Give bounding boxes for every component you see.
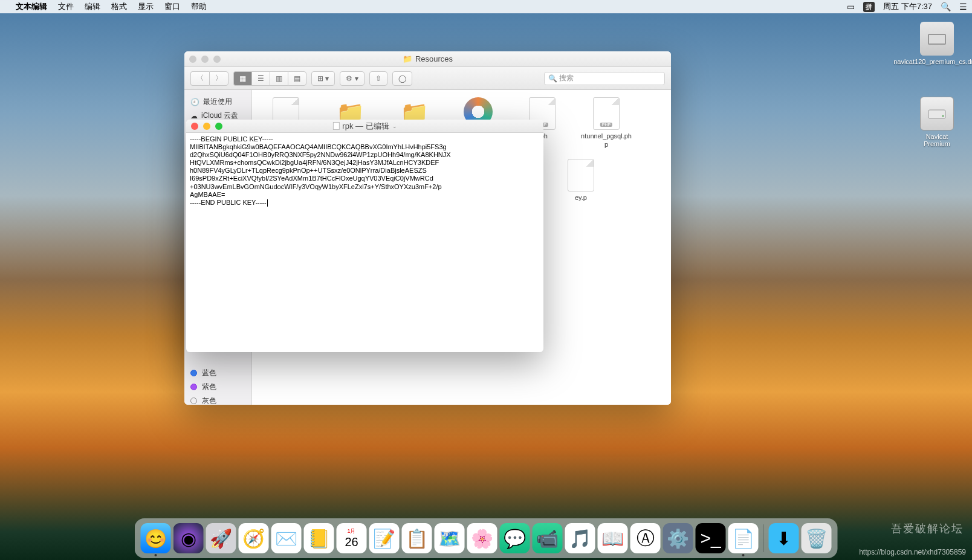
back-button[interactable]: 〈: [190, 71, 209, 86]
svg-rect-2: [928, 110, 945, 118]
menu-edit[interactable]: 编辑: [85, 1, 100, 12]
dock-photos[interactable]: 🌸: [467, 523, 497, 553]
desktop-dmg[interactable]: navicat120_premium_cs.dmg: [913, 22, 961, 65]
desktop-dmg-label: navicat120_premium_cs.dmg: [893, 58, 972, 65]
drive-icon: [920, 97, 954, 130]
menubar-right: ▭ 拼 周五 下午7:37 🔍 ☰: [847, 1, 967, 12]
dock-maps[interactable]: 🗺️: [435, 523, 465, 553]
chevron-down-icon[interactable]: ⌄: [392, 123, 397, 129]
php-icon: PHP: [593, 97, 620, 130]
watermark-url: https://blog.csdn.net/xhd7305859: [859, 548, 966, 556]
sidebar-recent[interactable]: 🕘最近使用: [184, 95, 251, 109]
dock-trash[interactable]: 🗑️: [802, 523, 832, 553]
menu-file[interactable]: 文件: [58, 1, 74, 12]
icon-view-button[interactable]: ▦: [233, 71, 251, 86]
input-method-icon[interactable]: 拼: [863, 2, 875, 12]
dock-appstore[interactable]: Ⓐ: [630, 523, 661, 553]
menu-help[interactable]: 帮助: [191, 1, 207, 12]
menu-window[interactable]: 窗口: [164, 1, 180, 12]
sidebar-tag-blue[interactable]: 蓝色: [184, 366, 251, 380]
tag-dot-icon: [190, 370, 197, 376]
dock-safari[interactable]: 🧭: [239, 523, 269, 553]
folder-icon: 📁: [403, 54, 412, 63]
column-view-button[interactable]: ▥: [270, 71, 288, 86]
running-indicator: [742, 554, 745, 556]
arrange-button[interactable]: ⊞ ▾: [311, 71, 335, 86]
menu-format[interactable]: 格式: [111, 1, 127, 12]
textedit-title: rpk — 已编辑 ⌄: [332, 121, 397, 132]
gallery-view-button[interactable]: ▤: [288, 71, 306, 86]
dock-terminal[interactable]: >_: [696, 523, 726, 553]
file-item[interactable]: ey.p: [554, 159, 608, 202]
running-indicator: [155, 554, 157, 556]
menubar: 文本编辑 文件 编辑 格式 显示 窗口 帮助 ▭ 拼 周五 下午7:37 🔍 ☰: [0, 0, 972, 13]
document-icon: [568, 159, 594, 191]
dock-reminders[interactable]: 📋: [402, 523, 432, 553]
dock: 😊 ◉ 🚀 🧭 ✉️ 📒 1月26 📝 📋 🗺️ 🌸 💬 📹 🎵 📖 Ⓐ ⚙️ …: [135, 518, 838, 558]
finder-title: 📁 Resources: [403, 54, 453, 63]
clock-icon: 🕘: [190, 98, 199, 106]
sidebar-tag-purple[interactable]: 紫色: [184, 380, 251, 394]
notification-icon[interactable]: ☰: [959, 2, 967, 11]
dock-facetime[interactable]: 📹: [533, 523, 563, 553]
maximize-button[interactable]: [215, 123, 222, 130]
dmg-icon: [920, 22, 954, 56]
desktop-app-label: Navicat Premium: [913, 133, 961, 147]
menu-view[interactable]: 显示: [138, 1, 154, 12]
menubar-left: 文本编辑 文件 编辑 格式 显示 窗口 帮助: [5, 1, 207, 12]
traffic-lights: [189, 56, 221, 63]
close-button[interactable]: [191, 123, 198, 130]
svg-point-3: [942, 115, 944, 117]
document-icon: [332, 122, 339, 130]
textedit-window: rpk — 已编辑 ⌄ -----BEGIN PUBLIC KEY----- M…: [186, 120, 543, 352]
view-buttons: ▦ ☰ ▥ ▤: [233, 71, 306, 86]
dock-textedit[interactable]: 📄: [728, 523, 759, 553]
traffic-lights: [191, 123, 222, 130]
dock-launchpad[interactable]: 🚀: [206, 523, 236, 553]
desktop-app[interactable]: Navicat Premium: [913, 97, 961, 147]
nav-buttons: 〈 〉: [190, 71, 228, 86]
forward-button[interactable]: 〉: [209, 71, 228, 86]
dock-itunes[interactable]: 🎵: [565, 523, 595, 553]
search-icon: 🔍: [548, 74, 557, 83]
textedit-content[interactable]: -----BEGIN PUBLIC KEY----- MIIBITANBgkqh…: [186, 133, 543, 352]
tag-dot-icon: [190, 384, 197, 390]
airplay-icon[interactable]: ▭: [847, 2, 855, 11]
action-button[interactable]: ⚙ ▾: [340, 71, 364, 86]
dock-ibooks[interactable]: 📖: [598, 523, 628, 553]
maximize-button[interactable]: [213, 56, 221, 63]
close-button[interactable]: [189, 56, 196, 63]
dock-mail[interactable]: ✉️: [271, 523, 302, 553]
finder-titlebar[interactable]: 📁 Resources: [184, 51, 671, 67]
minimize-button[interactable]: [201, 56, 209, 63]
dock-notes[interactable]: 📝: [369, 523, 400, 553]
text-cursor: [267, 199, 268, 207]
dock-siri[interactable]: ◉: [173, 523, 204, 553]
svg-rect-1: [929, 35, 945, 43]
tags-button[interactable]: ◯: [392, 71, 412, 86]
finder-toolbar: 〈 〉 ▦ ☰ ▥ ▤ ⊞ ▾ ⚙ ▾ ⇧ ◯ 🔍 搜索: [184, 67, 671, 90]
menu-app[interactable]: 文本编辑: [16, 1, 47, 12]
search-input[interactable]: 🔍 搜索: [544, 72, 665, 85]
cloud-icon: ☁: [190, 112, 198, 120]
dock-calendar[interactable]: 1月26: [337, 523, 367, 553]
minimize-button[interactable]: [203, 123, 210, 130]
file-item[interactable]: PHPntunnel_pgsql.php: [580, 97, 633, 149]
dock-messages[interactable]: 💬: [500, 523, 530, 553]
share-button[interactable]: ⇧: [369, 71, 387, 86]
dock-finder[interactable]: 😊: [141, 523, 171, 553]
watermark-logo: 吾爱破解论坛: [891, 521, 964, 536]
list-view-button[interactable]: ☰: [251, 71, 270, 86]
dock-preferences[interactable]: ⚙️: [663, 523, 693, 553]
dock-contacts[interactable]: 📒: [304, 523, 334, 553]
datetime[interactable]: 周五 下午7:37: [883, 1, 932, 12]
spotlight-icon[interactable]: 🔍: [941, 2, 951, 11]
dock-downloads[interactable]: ⬇: [769, 523, 799, 553]
tag-dot-icon: [190, 397, 197, 404]
sidebar-tag-gray[interactable]: 灰色: [184, 394, 251, 405]
dock-separator: [763, 524, 764, 552]
textedit-titlebar[interactable]: rpk — 已编辑 ⌄: [186, 120, 543, 133]
